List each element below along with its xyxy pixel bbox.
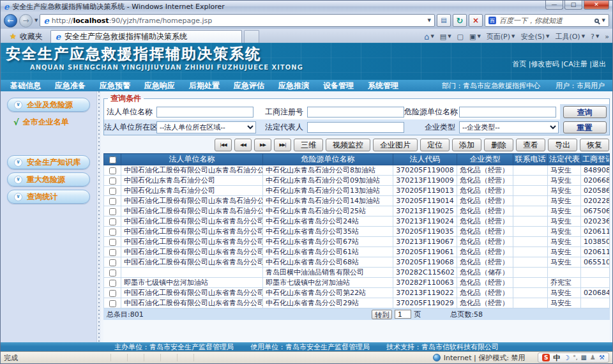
delete-button[interactable]: 删除: [484, 139, 513, 151]
url-field[interactable]: e http://localhost:90/yjzh/frame/homepag…: [40, 14, 435, 27]
tab-active[interactable]: e 安全生产应急救援指挥辅助决策系统: [50, 30, 242, 43]
view-button[interactable]: 查看: [516, 139, 545, 151]
column-header-4[interactable]: 联系电话: [513, 154, 548, 165]
ime-user-icon[interactable]: ♟: [590, 354, 596, 361]
row-checkbox[interactable]: [109, 218, 116, 225]
row-checkbox[interactable]: [109, 249, 116, 256]
sidebar-group-button-knowledge-base[interactable]: ∨安全生产知识库: [7, 155, 90, 169]
column-header-2[interactable]: 法人代码: [393, 154, 457, 165]
3d-button[interactable]: 三维: [294, 139, 323, 151]
back-button[interactable]: ←: [4, 14, 17, 27]
legal-name-input[interactable]: [156, 107, 254, 118]
stop-button[interactable]: ×: [469, 14, 483, 27]
search-button[interactable]: 查询: [563, 106, 607, 118]
restore-button[interactable]: 恢复: [580, 139, 609, 151]
legal-rep-input[interactable]: [307, 122, 404, 133]
page-number-input[interactable]: [395, 310, 411, 319]
home-button[interactable]: ⌂▼: [424, 32, 434, 42]
nav-item-7[interactable]: 设备管理: [316, 80, 361, 91]
overflow-chevron-icon[interactable]: »: [605, 33, 609, 41]
region-select[interactable]: --法人单位所在区域--: [156, 121, 256, 133]
add-button[interactable]: 添加: [452, 139, 481, 151]
last-page-button[interactable]: ▶▶|: [274, 139, 291, 151]
nav-item-0[interactable]: 基础信息: [3, 80, 48, 91]
print-button[interactable]: ▣▼: [469, 33, 481, 41]
search-input[interactable]: 百 百度一下，你就知道 ▼: [485, 14, 609, 27]
tools-menu[interactable]: 工具(O)▼: [555, 32, 585, 42]
locate-button[interactable]: 定位: [420, 139, 450, 151]
row-checkbox[interactable]: [109, 269, 116, 277]
first-page-button[interactable]: |◀◀: [215, 139, 232, 151]
row-checkbox[interactable]: [109, 167, 116, 174]
row-checkbox[interactable]: [109, 188, 116, 195]
sidebar-group-button-query-stats[interactable]: ∨查询统计: [7, 190, 90, 204]
sidebar-splitter[interactable]: [96, 91, 101, 342]
enterprise-type-select[interactable]: --企业类型--: [459, 121, 559, 133]
maximize-button[interactable]: □: [564, 1, 582, 10]
nav-item-6[interactable]: 应急推演: [271, 80, 316, 91]
column-header-6[interactable]: 工商登记注册号: [581, 154, 610, 165]
row-checkbox[interactable]: [109, 239, 116, 246]
ime-language-icon[interactable]: 中: [553, 354, 560, 361]
sidebar-item-citywide-enterprise-list[interactable]: √全市企业名单: [7, 115, 90, 130]
ime-punctuation-icon[interactable]: °,: [573, 355, 577, 361]
row-checkbox[interactable]: [109, 290, 116, 297]
enterprise-photo-button[interactable]: 企业图片: [373, 139, 418, 151]
column-header-3[interactable]: 企业类型: [457, 154, 513, 165]
help-menu[interactable]: ?▼: [591, 33, 599, 41]
header-link-0[interactable]: 首页: [512, 60, 526, 68]
nav-item-1[interactable]: 应急准备: [48, 80, 93, 91]
page-menu[interactable]: 页面(P)▼: [487, 32, 515, 42]
header-link-2[interactable]: CA注册: [564, 60, 587, 68]
header-link-1[interactable]: 修改密码: [531, 60, 559, 68]
sogou-logo-icon[interactable]: S: [542, 354, 550, 361]
nav-item-2[interactable]: 应急预警: [93, 80, 137, 91]
compatibility-view-button[interactable]: ▤: [437, 14, 451, 27]
reset-button[interactable]: 重置: [563, 121, 607, 133]
minimize-button[interactable]: —: [545, 1, 563, 10]
ime-settings-icon[interactable]: ⚒: [599, 354, 605, 361]
row-checkbox-cell: [104, 206, 121, 216]
search-icon[interactable]: [594, 19, 599, 23]
row-checkbox[interactable]: [109, 198, 116, 205]
url-dropdown-icon[interactable]: ▼: [428, 18, 431, 23]
header-link-3[interactable]: 退出: [592, 60, 606, 68]
refresh-button[interactable]: ↻: [453, 14, 467, 27]
read-mail-button[interactable]: ▢: [457, 33, 464, 41]
feeds-button[interactable]: ▤▼: [440, 33, 451, 41]
export-button[interactable]: 导出: [548, 139, 577, 151]
new-tab-button[interactable]: [244, 30, 259, 43]
nav-item-4[interactable]: 后期处置: [182, 80, 227, 91]
sidebar-group-button-enterprise-hazard[interactable]: ∨企业及危险源: [7, 98, 90, 112]
column-header-0[interactable]: 法人单位名称: [121, 154, 263, 165]
select-all-checkbox[interactable]: [109, 156, 116, 163]
goto-page-button[interactable]: 转到: [372, 310, 392, 319]
search-options-icon[interactable]: ▼: [602, 18, 605, 23]
ime-halfwidth-icon[interactable]: ☽: [563, 354, 570, 361]
row-checkbox[interactable]: [109, 259, 116, 266]
row-checkbox[interactable]: [109, 229, 116, 236]
sidebar-group-button-major-hazard[interactable]: ∨重大危险源: [7, 172, 90, 186]
row-checkbox[interactable]: [109, 280, 116, 287]
favorites-button[interactable]: ★ 收藏夹: [4, 30, 49, 43]
prev-page-button[interactable]: ◀◀: [234, 139, 252, 151]
nav-item-5[interactable]: 应急评估: [227, 80, 271, 91]
row-checkbox[interactable]: [109, 208, 116, 215]
column-header-1[interactable]: 危险源单位名称: [263, 154, 393, 165]
close-button[interactable]: ✕: [584, 1, 609, 10]
row-checkbox[interactable]: [109, 178, 116, 185]
next-page-button[interactable]: ▶▶: [254, 139, 271, 151]
business-reg-no-input[interactable]: [307, 107, 404, 118]
hazard-name-input[interactable]: [459, 107, 556, 118]
window-titlebar[interactable]: e 安全生产应急救援指挥辅助决策系统 - Windows Internet Ex…: [1, 1, 612, 12]
ime-keyboard-icon[interactable]: ▦: [581, 354, 587, 361]
history-dropdown-icon[interactable]: ▼: [34, 18, 38, 23]
forward-button[interactable]: →: [19, 14, 33, 27]
nav-item-3[interactable]: 应急响应: [137, 80, 182, 91]
column-header-5[interactable]: 法定代表人: [548, 154, 581, 165]
safety-menu[interactable]: 安全(S)▼: [520, 32, 549, 42]
row-checkbox[interactable]: [109, 300, 116, 307]
cell-3-0: 中国石油化工股份有限公司山东青岛石油分公司: [121, 196, 263, 206]
video-monitor-button[interactable]: 视频监控: [326, 139, 370, 151]
nav-item-8[interactable]: 系统管理: [361, 80, 405, 91]
